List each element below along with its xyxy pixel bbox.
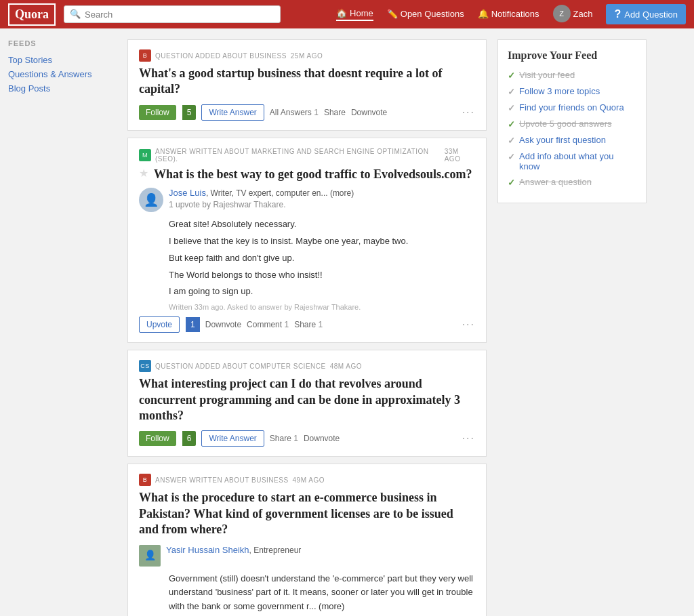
nav-notifications[interactable]: 🔔 Notifications <box>478 9 539 20</box>
downvote-link-1[interactable]: Downvote <box>351 108 387 117</box>
check-icon-follow-topics: ✓ <box>508 87 515 97</box>
feed-item-4: B ANSWER WRITTEN ABOUT BUSINESS 49m ago … <box>127 464 487 616</box>
improve-feed-card: Improve Your Feed ✓ Visit your feed ✓ Fo… <box>497 39 647 203</box>
follow-button-1[interactable]: Follow <box>139 105 176 120</box>
share-link-1[interactable]: Share <box>324 108 346 117</box>
author-avatar-2: 👤 <box>139 188 163 212</box>
author-name-2[interactable]: Jose Luis <box>169 188 206 198</box>
comment-link-2[interactable]: Comment 1 <box>247 320 289 329</box>
question-title-2: What is the best way to get good traffic… <box>154 167 472 182</box>
action-bar-1: Follow 5 Write Answer All Answers 1 Shar… <box>139 104 475 121</box>
share-link-3[interactable]: Share 1 <box>270 434 298 443</box>
upvote-count-2: 1 <box>186 317 200 332</box>
answer-text-4: Government (still) doesn't understand th… <box>169 572 475 614</box>
home-icon: 🏠 <box>336 8 347 18</box>
upvote-button-2[interactable]: Upvote <box>139 316 180 333</box>
feed-item-2: M ANSWER WRITTEN ABOUT MARKETING AND SEA… <box>127 138 487 343</box>
question-link-2[interactable]: What is the best way to get good traffic… <box>154 167 472 181</box>
feed-item-3: CS QUESTION ADDED ABOUT COMPUTER SCIENCE… <box>127 350 487 457</box>
check-icon-add-info: ✓ <box>508 152 515 162</box>
downvote-link-3[interactable]: Downvote <box>304 434 340 443</box>
follow-button-3[interactable]: Follow <box>139 431 176 446</box>
improve-item-visit: ✓ Visit your feed <box>508 70 636 81</box>
follow-count-3: 6 <box>182 431 197 446</box>
right-sidebar: Improve Your Feed ✓ Visit your feed ✓ Fo… <box>497 39 647 616</box>
improve-item-add-info[interactable]: ✓ Add info about what you know <box>508 151 636 171</box>
feed-meta-3: CS QUESTION ADDED ABOUT COMPUTER SCIENCE… <box>139 360 475 372</box>
question-title-1: What's a good startup business that does… <box>139 66 475 98</box>
question-link-3[interactable]: What interesting project can I do that r… <box>139 377 460 422</box>
search-icon: 🔍 <box>70 9 81 20</box>
downvote-link-2[interactable]: Downvote <box>205 320 241 329</box>
question-title-4: What is the procedure to start an e-comm… <box>139 490 475 537</box>
nav-items: 🏠 Home ✏️ Open Questions 🔔 Notifications… <box>336 4 686 24</box>
answer-author-2: 👤 Jose Luis, Writer, TV expert, computer… <box>139 188 475 212</box>
feed-meta-2: M ANSWER WRITTEN ABOUT MARKETING AND SEA… <box>139 148 475 163</box>
improve-item-ask[interactable]: ✓ Ask your first question <box>508 135 636 146</box>
check-icon-visit: ✓ <box>508 70 515 81</box>
sidebar-item-blog-posts[interactable]: Blog Posts <box>8 81 117 96</box>
pencil-icon: ✏️ <box>387 9 398 19</box>
question-title-3: What interesting project can I do that r… <box>139 376 475 424</box>
feed-meta-1: B QUESTION ADDED ABOUT BUSINESS 25m ago <box>139 49 475 62</box>
plus-icon: ? <box>614 8 621 20</box>
main-feed: B QUESTION ADDED ABOUT BUSINESS 25m ago … <box>127 39 487 616</box>
add-question-button[interactable]: ? Add Question <box>606 4 686 24</box>
sidebar: FEEDS Top Stories Questions & Answers Bl… <box>8 39 117 616</box>
improve-feed-title: Improve Your Feed <box>508 49 636 62</box>
bell-icon: 🔔 <box>478 9 489 19</box>
upvote-info-2: 1 upvote by Rajeshwar Thakare. <box>169 200 354 209</box>
answer-footer-2: Written 33m ago. Asked to answer by Raje… <box>169 303 475 311</box>
check-icon-ask: ✓ <box>508 136 515 146</box>
question-link-1[interactable]: What's a good startup business that does… <box>139 66 442 96</box>
improve-item-follow-topics[interactable]: ✓ Follow 3 more topics <box>508 86 636 97</box>
header: Quora 🔍 🏠 Home ✏️ Open Questions 🔔 Notif… <box>0 0 694 28</box>
all-answers-link-1[interactable]: All Answers 1 <box>270 108 319 117</box>
sidebar-item-questions-answers[interactable]: Questions & Answers <box>8 67 117 81</box>
feeds-label: FEEDS <box>8 39 117 47</box>
question-link-4[interactable]: What is the procedure to start an e-comm… <box>139 491 453 536</box>
author-avatar-4: 👤 <box>139 545 161 567</box>
follow-count-1: 5 <box>182 105 197 120</box>
write-answer-button-1[interactable]: Write Answer <box>201 104 264 121</box>
improve-item-upvote: ✓ Upvote 5 good answers <box>508 119 636 129</box>
logo[interactable]: Quora <box>8 3 56 26</box>
answer-section-2: 👤 Jose Luis, Writer, TV expert, computer… <box>139 188 475 333</box>
answer-text-2: Great site! Absolutely necessary. I beli… <box>169 218 475 299</box>
avatar: Z <box>553 5 571 22</box>
search-box[interactable]: 🔍 <box>64 5 281 23</box>
marketing-icon-2: M <box>139 149 151 161</box>
feed-item-1: B QUESTION ADDED ABOUT BUSINESS 25m ago … <box>127 39 487 131</box>
more-options-3[interactable]: ··· <box>462 432 475 445</box>
action-bar-2: Upvote 1 Downvote Comment 1 Share 1 ··· <box>139 316 475 333</box>
star-icon-2: ★ <box>139 167 148 180</box>
action-bar-3: Follow 6 Write Answer Share 1 Downvote ·… <box>139 430 475 447</box>
sidebar-item-top-stories[interactable]: Top Stories <box>8 53 117 67</box>
improve-item-answer: ✓ Answer a question <box>508 177 636 188</box>
improve-item-find-friends[interactable]: ✓ Find your friends on Quora <box>508 102 636 113</box>
author-name-4[interactable]: Yasir Hussain Sheikh <box>166 545 249 555</box>
answer-author-4: 👤 Yasir Hussain Sheikh, Entrepreneur <box>139 545 475 567</box>
feed-meta-4: B ANSWER WRITTEN ABOUT BUSINESS 49m ago <box>139 474 475 486</box>
nav-home[interactable]: 🏠 Home <box>336 8 373 21</box>
answer-section-4: 👤 Yasir Hussain Sheikh, Entrepreneur Gov… <box>139 545 475 617</box>
write-answer-button-3[interactable]: Write Answer <box>201 430 264 447</box>
check-icon-answer: ✓ <box>508 178 515 188</box>
check-icon-upvote: ✓ <box>508 119 515 129</box>
user-profile[interactable]: Z Zach <box>553 5 593 24</box>
business-icon-1: B <box>139 49 151 62</box>
business-icon-4: B <box>139 474 151 486</box>
share-link-2[interactable]: Share 1 <box>294 320 323 329</box>
more-options-1[interactable]: ··· <box>462 106 475 119</box>
nav-open-questions[interactable]: ✏️ Open Questions <box>387 9 464 20</box>
cs-icon-3: CS <box>139 360 151 372</box>
search-input[interactable] <box>85 9 274 20</box>
check-icon-find-friends: ✓ <box>508 103 515 113</box>
more-options-2[interactable]: ··· <box>462 319 475 331</box>
